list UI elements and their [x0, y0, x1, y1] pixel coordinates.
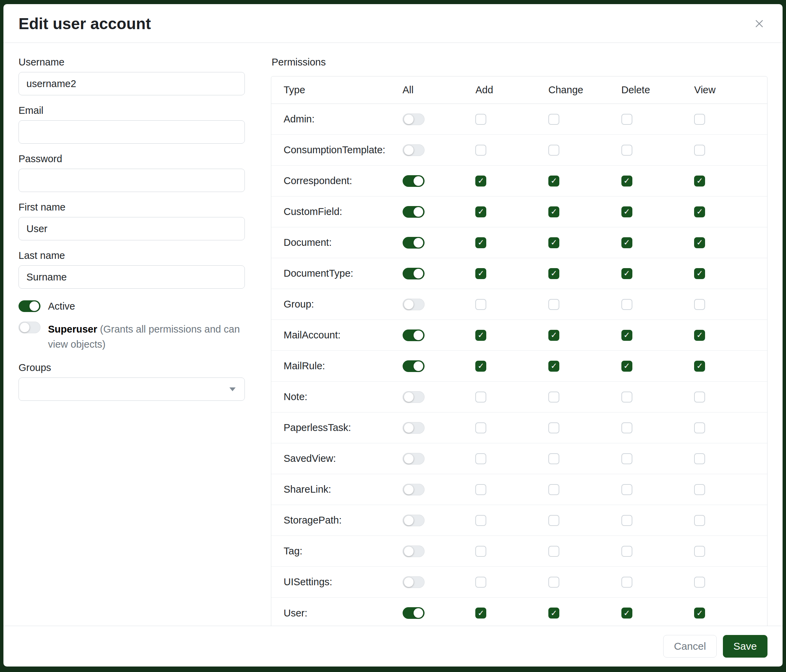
all-toggle[interactable]	[402, 576, 424, 588]
view-checkbox[interactable]	[694, 391, 705, 402]
delete-checkbox[interactable]: ✓	[621, 206, 632, 217]
add-checkbox[interactable]	[475, 145, 486, 155]
change-checkbox[interactable]: ✓	[549, 268, 559, 279]
last-name-input[interactable]	[19, 265, 245, 289]
view-checkbox[interactable]: ✓	[694, 330, 705, 341]
add-checkbox[interactable]: ✓	[475, 268, 486, 279]
delete-checkbox[interactable]: ✓	[621, 237, 632, 248]
change-checkbox[interactable]	[549, 515, 559, 526]
cancel-button[interactable]: Cancel	[663, 635, 716, 658]
all-toggle[interactable]	[402, 484, 424, 495]
add-checkbox[interactable]: ✓	[475, 330, 486, 341]
add-checkbox[interactable]	[475, 577, 486, 588]
permission-cell	[475, 145, 549, 155]
change-checkbox[interactable]	[549, 299, 559, 310]
view-checkbox[interactable]	[694, 422, 705, 433]
view-checkbox[interactable]: ✓	[694, 206, 705, 217]
view-checkbox[interactable]: ✓	[694, 237, 705, 248]
add-checkbox[interactable]: ✓	[475, 206, 486, 217]
delete-checkbox[interactable]	[621, 577, 632, 588]
delete-checkbox[interactable]: ✓	[621, 361, 632, 372]
all-toggle[interactable]	[402, 330, 424, 341]
password-input[interactable]	[19, 169, 245, 192]
change-checkbox[interactable]: ✓	[549, 237, 559, 248]
add-checkbox[interactable]	[475, 299, 486, 310]
all-toggle[interactable]	[402, 298, 424, 310]
delete-checkbox[interactable]	[621, 546, 632, 557]
view-checkbox[interactable]	[694, 299, 705, 310]
change-checkbox[interactable]	[549, 114, 559, 125]
change-checkbox[interactable]	[549, 145, 559, 155]
all-toggle[interactable]	[402, 360, 424, 372]
delete-checkbox[interactable]	[621, 484, 632, 495]
change-checkbox[interactable]: ✓	[549, 206, 559, 217]
delete-checkbox[interactable]: ✓	[621, 608, 632, 619]
change-checkbox[interactable]	[549, 546, 559, 557]
view-checkbox[interactable]	[694, 484, 705, 495]
add-checkbox[interactable]: ✓	[475, 176, 486, 187]
delete-checkbox[interactable]	[621, 515, 632, 526]
add-checkbox[interactable]: ✓	[475, 608, 486, 619]
view-checkbox[interactable]	[694, 114, 705, 125]
view-checkbox[interactable]: ✓	[694, 176, 705, 187]
change-checkbox[interactable]: ✓	[549, 361, 559, 372]
add-checkbox[interactable]	[475, 114, 486, 125]
permission-cell	[549, 515, 621, 526]
all-toggle[interactable]	[402, 206, 424, 218]
change-checkbox[interactable]: ✓	[549, 608, 559, 619]
view-checkbox[interactable]	[694, 577, 705, 588]
view-checkbox[interactable]	[694, 546, 705, 557]
delete-checkbox[interactable]	[621, 299, 632, 310]
delete-checkbox[interactable]	[621, 145, 632, 155]
all-toggle[interactable]	[402, 422, 424, 434]
view-checkbox[interactable]	[694, 453, 705, 464]
change-checkbox[interactable]	[549, 422, 559, 433]
close-button[interactable]	[751, 16, 767, 32]
email-input[interactable]	[19, 120, 245, 144]
all-toggle[interactable]	[402, 237, 424, 248]
all-toggle[interactable]	[402, 268, 424, 279]
delete-checkbox[interactable]	[621, 422, 632, 433]
all-toggle[interactable]	[402, 453, 424, 465]
all-toggle[interactable]	[402, 607, 424, 619]
add-checkbox[interactable]	[475, 422, 486, 433]
delete-checkbox[interactable]: ✓	[621, 268, 632, 279]
view-checkbox[interactable]	[694, 145, 705, 155]
change-checkbox[interactable]: ✓	[549, 330, 559, 341]
change-checkbox[interactable]	[549, 391, 559, 402]
active-toggle[interactable]	[19, 300, 41, 312]
delete-checkbox[interactable]	[621, 453, 632, 464]
all-toggle[interactable]	[402, 175, 424, 187]
all-toggle[interactable]	[402, 391, 424, 403]
change-checkbox[interactable]: ✓	[549, 176, 559, 187]
superuser-toggle[interactable]	[19, 322, 41, 333]
change-checkbox[interactable]	[549, 484, 559, 495]
save-button[interactable]: Save	[723, 635, 767, 658]
all-toggle[interactable]	[402, 545, 424, 557]
view-checkbox[interactable]: ✓	[694, 608, 705, 619]
delete-checkbox[interactable]	[621, 114, 632, 125]
add-checkbox[interactable]	[475, 453, 486, 464]
first-name-input[interactable]	[19, 217, 245, 240]
all-toggle[interactable]	[402, 515, 424, 526]
groups-select[interactable]	[19, 377, 245, 401]
all-toggle[interactable]	[402, 144, 424, 156]
permission-cell	[694, 299, 767, 310]
add-checkbox[interactable]	[475, 391, 486, 402]
add-checkbox[interactable]	[475, 546, 486, 557]
change-checkbox[interactable]	[549, 577, 559, 588]
add-checkbox[interactable]	[475, 484, 486, 495]
delete-checkbox[interactable]	[621, 391, 632, 402]
delete-checkbox[interactable]: ✓	[621, 176, 632, 187]
view-checkbox[interactable]: ✓	[694, 268, 705, 279]
add-checkbox[interactable]	[475, 515, 486, 526]
toggle-knob	[413, 608, 423, 618]
change-checkbox[interactable]	[549, 453, 559, 464]
delete-checkbox[interactable]: ✓	[621, 330, 632, 341]
username-input[interactable]	[19, 72, 245, 95]
view-checkbox[interactable]	[694, 515, 705, 526]
add-checkbox[interactable]: ✓	[475, 237, 486, 248]
view-checkbox[interactable]: ✓	[694, 361, 705, 372]
all-toggle[interactable]	[402, 113, 424, 125]
add-checkbox[interactable]: ✓	[475, 361, 486, 372]
